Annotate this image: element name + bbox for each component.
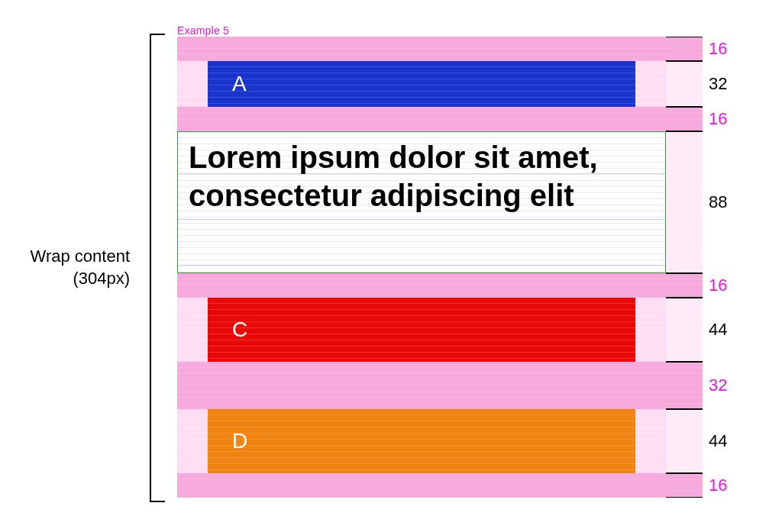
spacer-size-after-b: 16 xyxy=(703,273,758,298)
spacer-size-bottom: 16 xyxy=(703,473,758,498)
spacer-size-after-a: 16 xyxy=(703,107,758,131)
wrap-content-bracket xyxy=(150,34,165,502)
block-a-size: 32 xyxy=(703,61,758,107)
block-b: Lorem ipsum dolor sit amet, consectetur … xyxy=(177,131,666,273)
example-caption: Example 5 xyxy=(177,24,758,37)
spacer-after-c-row: 32 xyxy=(177,362,758,409)
layout-diagram: Example 5 16 A 32 16 xyxy=(177,24,758,498)
block-d-size: 44 xyxy=(703,409,758,473)
block-c-row: C 44 xyxy=(177,298,758,362)
spacer-after-a-row: 16 xyxy=(177,107,758,131)
block-d: D xyxy=(208,409,635,473)
spacer-strip xyxy=(177,37,666,61)
wrap-content-text-1: Wrap content xyxy=(31,247,130,266)
block-a-row: A 32 xyxy=(177,61,758,107)
spacer-size-top: 16 xyxy=(703,37,758,61)
block-c: C xyxy=(208,298,635,362)
block-a-label: A xyxy=(232,72,247,96)
spacer-size-after-c: 32 xyxy=(703,362,758,409)
block-c-label: C xyxy=(232,318,247,342)
block-c-size: 44 xyxy=(703,298,758,362)
block-b-size: 88 xyxy=(703,131,758,273)
block-d-row: D 44 xyxy=(177,409,758,473)
wrap-content-text-2: (304px) xyxy=(73,269,130,288)
block-b-row: Lorem ipsum dolor sit amet, consectetur … xyxy=(177,131,758,273)
spacer-bottom-row: 16 xyxy=(177,473,758,498)
block-d-label: D xyxy=(232,429,247,453)
block-b-text: Lorem ipsum dolor sit amet, consectetur … xyxy=(189,140,598,212)
rows-stack: 16 A 32 16 Lorem ipsum d xyxy=(177,37,758,498)
block-a: A xyxy=(208,61,635,107)
spacer-top-row: 16 xyxy=(177,37,758,61)
spacer-after-b-row: 16 xyxy=(177,273,758,298)
wrap-content-label: Wrap content (304px) xyxy=(24,34,147,502)
